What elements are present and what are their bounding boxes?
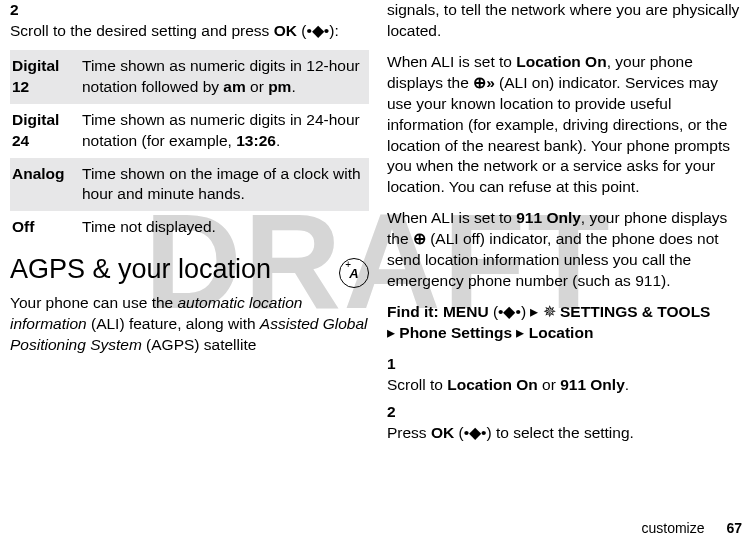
step-2b: 2 Press OK (•◆•) to select the setting. (387, 402, 746, 444)
key-glyph: (•◆•) (301, 22, 334, 39)
text: . (291, 78, 295, 95)
table-row: Off Time not displayed. (10, 211, 369, 244)
text: (ALI on) indicator. Services may use you… (387, 74, 730, 196)
text: or (538, 376, 560, 393)
am-label: am (223, 78, 245, 95)
option-value: Time shown as numeric digits in 12-hour … (80, 50, 369, 104)
table-row: Digital 12 Time shown as numeric digits … (10, 50, 369, 104)
option-value: Time not displayed. (80, 211, 369, 244)
key-glyph: (•◆•) (459, 424, 492, 441)
text: . (625, 376, 629, 393)
key-glyph: (•◆•) (493, 303, 526, 320)
page-number: 67 (726, 520, 742, 536)
text: Scroll to (387, 376, 447, 393)
text: Scroll to the desired setting and press (10, 22, 274, 39)
section-label: customize (642, 520, 705, 536)
text: Press (387, 424, 431, 441)
pm-label: pm (268, 78, 291, 95)
ali-off-icon: ⊕ (413, 230, 426, 247)
option-key: Digital 24 (10, 104, 80, 158)
option-key: Off (10, 211, 80, 244)
gear-icon: ✵ (543, 303, 556, 320)
find-it-label: Find it: (387, 303, 443, 320)
911-only-label: 911 Only (516, 209, 581, 226)
intro-paragraph: Your phone can use the automatic locatio… (10, 293, 369, 356)
step-text: Scroll to the desired setting and press … (10, 21, 345, 42)
right-column: signals, to tell the network where you a… (387, 0, 746, 450)
example-time: 13:26 (236, 132, 276, 149)
text: Time shown as numeric digits in 12-hour … (82, 57, 360, 95)
menu-label: MENU (443, 303, 489, 320)
left-column: 2 Scroll to the desired setting and pres… (10, 0, 369, 450)
settings-tools-label: SETTINGS & TOOLS (560, 303, 710, 320)
location-on-paragraph: When ALI is set to Location On, your pho… (387, 52, 746, 198)
option-value: Time shown as numeric digits in 24-hour … (80, 104, 369, 158)
location-on-label: Location On (516, 53, 606, 70)
text: When ALI is set to (387, 209, 516, 226)
step-number: 1 (387, 354, 409, 375)
ali-on-icon: ⊕» (473, 74, 495, 91)
location-on-label: Location On (447, 376, 537, 393)
option-key: Digital 12 (10, 50, 80, 104)
step-number: 2 (10, 0, 32, 21)
arrow-icon: ▸ (530, 303, 538, 320)
text: to select the setting. (492, 424, 634, 441)
step-number: 2 (387, 402, 409, 423)
option-key: Analog (10, 158, 80, 212)
text: (ALI) feature, along with (87, 315, 260, 332)
arrow-icon: ▸ (387, 324, 395, 341)
text: Time shown as numeric digits in 24-hour … (82, 111, 360, 149)
ok-label: OK (274, 22, 297, 39)
text: Your phone can use the (10, 294, 177, 311)
text: (ALI off) indicator, and the phone does … (387, 230, 719, 289)
text: or (246, 78, 268, 95)
step-1: 1 Scroll to Location On or 911 Only. (387, 354, 746, 396)
step-text: Scroll to Location On or 911 Only. (387, 375, 722, 396)
911-only-label: 911 Only (560, 376, 625, 393)
text: . (276, 132, 280, 149)
text: (AGPS) satellite (142, 336, 257, 353)
ok-label: OK (431, 424, 454, 441)
table-row: Digital 24 Time shown as numeric digits … (10, 104, 369, 158)
phone-settings-label: Phone Settings (399, 324, 512, 341)
page-content: 2 Scroll to the desired setting and pres… (0, 0, 756, 450)
colon: : (334, 22, 338, 39)
options-table: Digital 12 Time shown as numeric digits … (10, 50, 369, 244)
table-row: Analog Time shown on the image of a cloc… (10, 158, 369, 212)
continuation-paragraph: signals, to tell the network where you a… (387, 0, 746, 42)
step-2: 2 Scroll to the desired setting and pres… (10, 0, 369, 42)
step-text: Press OK (•◆•) to select the setting. (387, 423, 722, 444)
find-it-line: Find it: MENU (•◆•) ▸ ✵ SETTINGS & TOOLS… (387, 302, 746, 344)
location-label: Location (529, 324, 594, 341)
option-value: Time shown on the image of a clock with … (80, 158, 369, 212)
arrow-icon: ▸ (516, 324, 524, 341)
page-footer: customize 67 (642, 519, 743, 538)
section-heading: AGPS & your location (10, 254, 369, 285)
text: When ALI is set to (387, 53, 516, 70)
911-only-paragraph: When ALI is set to 911 Only, your phone … (387, 208, 746, 292)
